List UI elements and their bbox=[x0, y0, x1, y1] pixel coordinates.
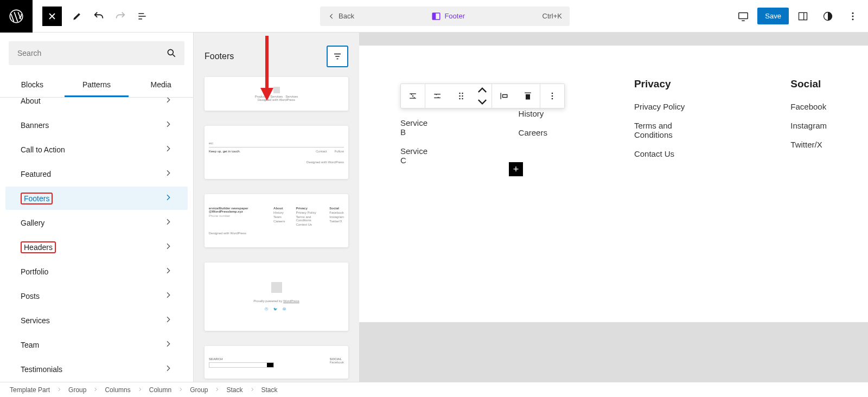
chevron-right-icon bbox=[164, 98, 173, 106]
svg-point-7 bbox=[852, 15, 854, 17]
pattern-thumbnail[interactable]: SEARCH SOCIALFacebook bbox=[205, 346, 348, 379]
breadcrumb-item[interactable]: Group bbox=[190, 386, 208, 394]
pattern-thumbnail[interactable]: ervice/Builder newspaper @WordPresslamp.… bbox=[205, 194, 348, 247]
svg-point-16 bbox=[459, 98, 461, 100]
category-label: Featured bbox=[21, 170, 51, 178]
category-item-team[interactable]: Team bbox=[5, 333, 188, 356]
shortcut-hint: Ctrl+K bbox=[535, 12, 570, 20]
document-title-text: Footer bbox=[444, 12, 465, 20]
chevron-right-icon bbox=[164, 169, 173, 179]
contrast-icon[interactable] bbox=[817, 5, 839, 27]
search-input[interactable] bbox=[16, 48, 166, 58]
block-more-options-icon[interactable] bbox=[540, 84, 564, 108]
category-item-call-to-action[interactable]: Call to Action bbox=[5, 138, 188, 161]
category-label: Testimonials bbox=[21, 365, 62, 374]
chevron-right-icon bbox=[56, 386, 62, 394]
drag-handle-icon[interactable] bbox=[449, 84, 473, 108]
footer-link[interactable]: Facebook bbox=[790, 102, 827, 111]
footer-link[interactable]: Service B bbox=[400, 118, 432, 137]
block-type-icon[interactable] bbox=[401, 84, 425, 108]
category-label: Portfolio bbox=[21, 267, 48, 276]
search-input-wrapper[interactable] bbox=[9, 41, 184, 65]
category-item-about[interactable]: About bbox=[5, 98, 188, 112]
filter-button[interactable] bbox=[327, 46, 348, 67]
back-button[interactable]: Back bbox=[320, 12, 362, 20]
category-label: Gallery bbox=[21, 219, 44, 227]
tab-media[interactable]: Media bbox=[129, 74, 193, 97]
save-button[interactable]: Save bbox=[757, 8, 789, 24]
footer-link[interactable]: Contact Us bbox=[634, 149, 704, 158]
category-label: Banners bbox=[21, 121, 49, 130]
category-item-footers[interactable]: Footers bbox=[5, 187, 188, 210]
list-view-icon[interactable] bbox=[131, 5, 153, 27]
category-item-services[interactable]: Services bbox=[5, 309, 188, 332]
move-updown-icon[interactable] bbox=[473, 84, 492, 108]
footer-link[interactable]: Terms and Conditions bbox=[634, 121, 704, 139]
svg-rect-3 bbox=[739, 12, 748, 18]
footer-heading[interactable]: Social bbox=[790, 78, 827, 90]
category-label: Services bbox=[21, 316, 50, 325]
tab-blocks[interactable]: Blocks bbox=[0, 74, 65, 97]
category-item-featured[interactable]: Featured bbox=[5, 162, 188, 185]
category-item-portfolio[interactable]: Portfolio bbox=[5, 260, 188, 283]
footer-column[interactable]: PrivacyPrivacy PolicyTerms and Condition… bbox=[634, 78, 704, 175]
footer-link[interactable]: Privacy Policy bbox=[634, 102, 704, 111]
footer-link[interactable]: Service C bbox=[400, 146, 432, 165]
top-right-actions: Save bbox=[732, 5, 868, 27]
category-label: About bbox=[21, 98, 41, 105]
justify-icon[interactable] bbox=[516, 84, 540, 108]
tab-patterns[interactable]: Patterns bbox=[65, 74, 129, 97]
mini-text: Proudly powered by bbox=[253, 299, 283, 303]
svg-point-8 bbox=[852, 18, 854, 20]
footer-link[interactable]: Instagram bbox=[790, 121, 827, 130]
document-bar[interactable]: Back Footer Ctrl+K bbox=[320, 7, 570, 26]
footer-link[interactable]: History bbox=[519, 109, 547, 118]
wordpress-logo-icon[interactable] bbox=[0, 0, 33, 33]
breadcrumb-item[interactable]: Group bbox=[68, 386, 86, 394]
category-item-posts[interactable]: Posts bbox=[5, 284, 188, 308]
canvas-content: Service AService BService CTeamHistoryCa… bbox=[359, 46, 868, 322]
view-icon[interactable] bbox=[732, 5, 754, 27]
pattern-panel-title: Footers bbox=[205, 52, 234, 61]
category-item-headers[interactable]: Headers bbox=[5, 235, 188, 259]
breadcrumb-item[interactable]: Column bbox=[149, 386, 171, 394]
category-label: Call to Action bbox=[21, 145, 65, 154]
category-item-gallery[interactable]: Gallery bbox=[5, 211, 188, 234]
sidebar-toggle-icon[interactable] bbox=[792, 5, 814, 27]
chevron-right-icon bbox=[164, 364, 173, 374]
category-item-banners[interactable]: Banners bbox=[5, 113, 188, 137]
svg-point-17 bbox=[462, 98, 463, 100]
document-title: Footer bbox=[362, 11, 535, 21]
more-options-icon[interactable] bbox=[842, 5, 864, 27]
category-item-testimonials[interactable]: Testimonials bbox=[5, 357, 188, 381]
undo-icon[interactable] bbox=[88, 5, 110, 27]
add-block-button[interactable]: + bbox=[509, 162, 523, 176]
breadcrumb-item[interactable]: Stack bbox=[226, 386, 242, 394]
footer-heading[interactable]: Privacy bbox=[634, 78, 704, 90]
pattern-category-list: AboutBannersCall to ActionFeaturedFooter… bbox=[0, 98, 193, 382]
footer-link[interactable]: Careers bbox=[519, 128, 547, 137]
category-label: Team bbox=[21, 341, 39, 349]
chevron-right-icon bbox=[164, 242, 173, 252]
layout-icon bbox=[431, 11, 441, 21]
pattern-thumbnail[interactable]: etc Keep up, get in touch. ContactFollow… bbox=[205, 126, 348, 179]
footer-column[interactable]: SocialFacebookInstagramTwitter/X bbox=[790, 78, 827, 175]
align-icon[interactable] bbox=[492, 84, 516, 108]
block-toolbar bbox=[400, 84, 565, 108]
chevron-right-icon bbox=[164, 144, 173, 155]
editor-canvas[interactable]: Service AService BService CTeamHistoryCa… bbox=[359, 33, 868, 382]
close-button[interactable] bbox=[42, 7, 62, 26]
pattern-thumbnail[interactable]: Products Services Services Designed with… bbox=[205, 77, 348, 111]
redo-icon[interactable] bbox=[110, 5, 131, 27]
footer-link[interactable]: Twitter/X bbox=[790, 140, 827, 149]
svg-point-6 bbox=[852, 12, 854, 14]
select-parent-icon[interactable] bbox=[425, 84, 449, 108]
breadcrumb-item[interactable]: Columns bbox=[105, 386, 130, 394]
pattern-list[interactable]: Products Services Services Designed with… bbox=[194, 73, 359, 382]
chevron-right-icon bbox=[214, 386, 220, 394]
breadcrumb-item[interactable]: Stack bbox=[261, 386, 278, 394]
edit-icon[interactable] bbox=[66, 5, 88, 27]
chevron-right-icon bbox=[164, 217, 173, 228]
pattern-thumbnail[interactable]: Proudly powered by WordPress ⓕ 🐦 ⓦ bbox=[205, 262, 348, 331]
breadcrumb-item[interactable]: Template Part bbox=[10, 386, 50, 394]
